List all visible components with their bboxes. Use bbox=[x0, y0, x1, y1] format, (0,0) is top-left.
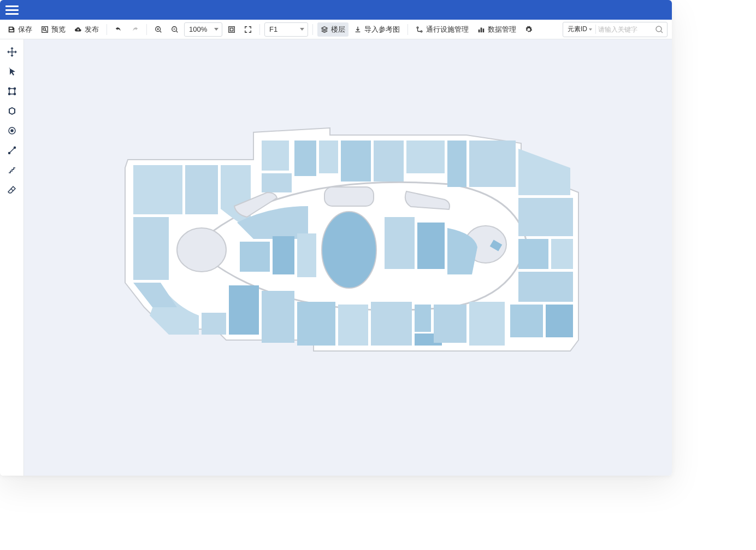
shape-tool[interactable] bbox=[3, 82, 21, 101]
svg-point-1 bbox=[43, 27, 45, 30]
svg-rect-50 bbox=[229, 285, 259, 335]
svg-rect-9 bbox=[481, 27, 482, 32]
svg-rect-49 bbox=[202, 313, 226, 335]
title-bar bbox=[0, 0, 672, 20]
svg-point-20 bbox=[14, 147, 15, 149]
toolbar-separator bbox=[312, 24, 313, 35]
zoom-select[interactable]: 100% bbox=[184, 22, 222, 37]
svg-rect-40 bbox=[297, 233, 316, 277]
app-window: 保存 预览 发布 bbox=[0, 0, 672, 476]
svg-rect-53 bbox=[338, 305, 368, 346]
main-toolbar: 保存 预览 发布 bbox=[0, 20, 672, 39]
layers-icon bbox=[321, 26, 328, 33]
svg-rect-45 bbox=[551, 239, 573, 269]
import-reference-button[interactable]: 导入参考图 bbox=[351, 22, 403, 37]
save-icon bbox=[8, 26, 15, 33]
svg-rect-44 bbox=[518, 239, 548, 269]
toolbar-separator bbox=[259, 24, 260, 35]
svg-rect-39 bbox=[273, 236, 294, 274]
zoom-out-icon bbox=[171, 26, 179, 33]
zoom-value: 100% bbox=[189, 25, 207, 33]
svg-rect-21 bbox=[133, 165, 182, 214]
fullscreen-button[interactable] bbox=[241, 22, 255, 37]
floors-button[interactable]: 楼层 bbox=[317, 22, 349, 37]
canvas[interactable] bbox=[24, 39, 672, 476]
chevron-down-icon bbox=[300, 28, 304, 31]
svg-rect-24 bbox=[262, 173, 292, 192]
svg-rect-27 bbox=[341, 141, 371, 182]
svg-rect-0 bbox=[42, 26, 48, 32]
search-box: 元素ID bbox=[563, 22, 668, 37]
svg-rect-26 bbox=[319, 141, 338, 173]
toolbar-separator bbox=[146, 24, 147, 35]
data-management-button[interactable]: 数据管理 bbox=[474, 22, 519, 37]
publish-button[interactable]: 发布 bbox=[71, 22, 102, 37]
svg-point-13 bbox=[8, 88, 10, 90]
menu-button[interactable] bbox=[5, 3, 19, 16]
search-type-label: 元素ID bbox=[568, 25, 587, 34]
redo-icon bbox=[131, 26, 139, 33]
svg-rect-51 bbox=[262, 291, 294, 343]
settings-button[interactable] bbox=[522, 22, 536, 37]
zoom-in-icon bbox=[155, 26, 162, 33]
chevron-down-icon bbox=[214, 28, 218, 31]
svg-point-15 bbox=[8, 93, 10, 95]
data-management-label: 数据管理 bbox=[488, 25, 516, 34]
svg-rect-42 bbox=[417, 223, 445, 269]
svg-point-11 bbox=[656, 26, 662, 32]
svg-rect-22 bbox=[185, 165, 218, 214]
search-input[interactable] bbox=[598, 26, 653, 33]
svg-rect-46 bbox=[518, 272, 573, 302]
svg-rect-41 bbox=[385, 217, 415, 269]
svg-rect-23 bbox=[262, 141, 289, 171]
zoom-out-button[interactable] bbox=[168, 22, 182, 37]
svg-rect-38 bbox=[240, 242, 270, 272]
floor-select[interactable]: F1 bbox=[264, 22, 308, 37]
svg-rect-29 bbox=[406, 141, 445, 173]
toolbar-separator bbox=[107, 24, 107, 35]
select-tool[interactable] bbox=[3, 62, 21, 81]
left-tool-panel bbox=[0, 39, 24, 476]
line-tool[interactable] bbox=[3, 141, 21, 160]
svg-point-19 bbox=[8, 153, 10, 154]
eraser-tool[interactable] bbox=[3, 180, 21, 199]
undo-icon bbox=[115, 26, 122, 33]
floors-label: 楼层 bbox=[331, 25, 345, 34]
preview-button[interactable]: 预览 bbox=[38, 22, 69, 37]
move-tool[interactable] bbox=[3, 43, 21, 61]
svg-point-18 bbox=[11, 130, 13, 132]
save-button[interactable]: 保存 bbox=[4, 22, 36, 37]
svg-rect-59 bbox=[133, 217, 169, 280]
svg-rect-32 bbox=[324, 187, 374, 206]
search-icon[interactable] bbox=[655, 25, 664, 34]
preview-icon bbox=[41, 26, 49, 33]
svg-rect-25 bbox=[294, 141, 316, 176]
floor-value: F1 bbox=[269, 25, 277, 33]
fit-screen-button[interactable] bbox=[225, 22, 239, 37]
preview-label: 预览 bbox=[51, 25, 66, 34]
svg-rect-8 bbox=[479, 30, 480, 32]
toolbar-separator bbox=[407, 24, 408, 35]
svg-rect-52 bbox=[297, 302, 335, 346]
undo-button[interactable] bbox=[111, 22, 126, 37]
zoom-in-button[interactable] bbox=[151, 22, 166, 37]
svg-rect-48 bbox=[546, 305, 573, 337]
redo-button[interactable] bbox=[128, 22, 142, 37]
svg-rect-57 bbox=[434, 305, 466, 343]
svg-point-7 bbox=[421, 31, 422, 32]
search-type-select[interactable]: 元素ID bbox=[568, 25, 596, 34]
svg-rect-5 bbox=[230, 28, 233, 31]
point-tool[interactable] bbox=[3, 121, 21, 140]
passage-management-button[interactable]: 通行设施管理 bbox=[412, 22, 472, 37]
svg-rect-43 bbox=[518, 198, 573, 236]
workspace bbox=[0, 39, 672, 476]
stairs-tool[interactable] bbox=[3, 161, 21, 179]
cube-tool[interactable] bbox=[3, 102, 21, 120]
svg-point-35 bbox=[177, 228, 226, 272]
fullscreen-icon bbox=[244, 26, 252, 33]
bar-chart-icon bbox=[477, 26, 485, 33]
svg-rect-47 bbox=[510, 305, 543, 337]
publish-label: 发布 bbox=[85, 25, 99, 34]
passage-management-label: 通行设施管理 bbox=[426, 25, 469, 34]
svg-rect-10 bbox=[483, 28, 485, 32]
